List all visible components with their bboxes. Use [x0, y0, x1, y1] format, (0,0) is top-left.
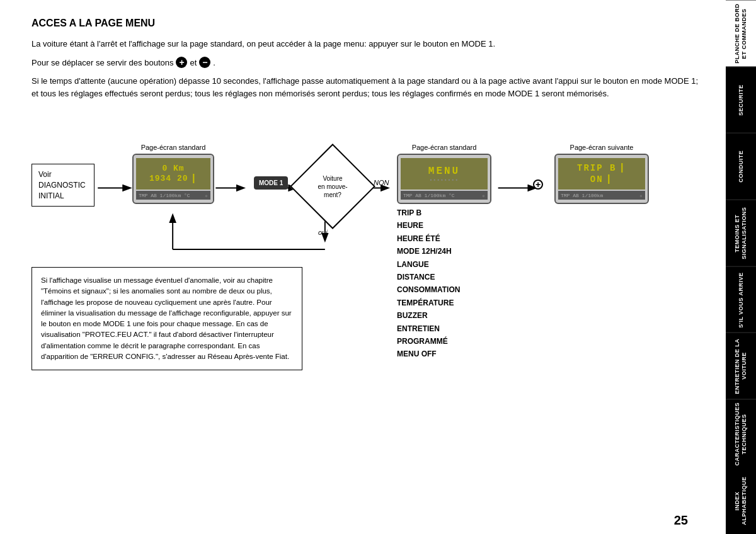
menu-item-programme: PROGRAMMÉ: [397, 335, 491, 348]
screen1-label: Page-écran standard: [132, 144, 214, 151]
diamond-container: Voitureen mouve-ment?: [302, 156, 363, 217]
sidebar-item-sil-vous[interactable]: S'IL VOUS ARRIVE: [726, 266, 756, 333]
menu-screen-container: Page-écran standard MENU ▪▪▪▪▪▪▪▪ TMP AB…: [397, 144, 491, 361]
sidebar-item-planche[interactable]: PLANCHE DE BORD ET COMMANDES: [726, 0, 756, 67]
screen1-bottom: TMP AB 1/100km °C ⬦: [136, 191, 210, 200]
intro-paragraph-2: Pour se déplacer se servir des boutons +…: [32, 57, 707, 69]
trip-screen-label: Page-écran suivante: [554, 144, 649, 151]
menu-item-entretien: ENTRETIEN: [397, 322, 491, 335]
menu-item-temperature: TEMPÉRATURE: [397, 297, 491, 309]
sidebar-item-conduite[interactable]: CONDUITE: [726, 133, 756, 200]
plus-between-screens: +: [533, 179, 543, 190]
sidebar-item-temoins[interactable]: TEMOINS ET SIGNALISATIONS: [726, 200, 756, 266]
menu-screen-display: MENU ▪▪▪▪▪▪▪▪ TMP AB 1/100km °C ⬦: [397, 154, 491, 204]
info-box: Si l'affichage visualise un message éven…: [32, 267, 302, 370]
menu-item-heure: HEURE: [397, 219, 491, 232]
menu-item-distance: DISTANCE: [397, 271, 491, 283]
page-number: 25: [674, 513, 688, 528]
intro-paragraph-3: Si le temps d'attente (aucune opération)…: [32, 75, 707, 99]
trip-screen-container: Page-écran suivante TRIP B | ON | TMP AB…: [554, 144, 649, 204]
screen1-label-container: Page-écran standard 0 Km 1934 20 | TMP A…: [132, 144, 214, 204]
page-title: ACCES A LA PAGE MENU: [32, 18, 707, 29]
menu-item-trip-b: TRIP B: [397, 207, 491, 219]
voir-diagnostic-box: Voir DIAGNOSTIC INITIAL: [32, 164, 94, 207]
menu-screen-text: MENU: [428, 166, 460, 177]
menu-item-mode-12h: MODE 12H/24H: [397, 245, 491, 258]
intro-paragraph-1: La voiture étant à l'arrêt et l'affichag…: [32, 38, 707, 50]
diagram-area: Voir DIAGNOSTIC INITIAL Page-écran stand…: [32, 118, 707, 282]
main-content: ACCES A LA PAGE MENU La voiture étant à …: [0, 0, 726, 534]
sidebar-item-index[interactable]: INDEX ALPHABETIQUE: [726, 468, 756, 534]
menu-item-consommation: CONSOMMATION: [397, 283, 491, 296]
screen1-row2: 1934 20 |: [149, 173, 197, 185]
screen1-inner: 0 Km 1934 20 |: [136, 158, 210, 190]
trip-screen-bottom: TMP AB 1/100km ⬦: [558, 191, 645, 200]
menu-screen-label: Page-écran standard: [397, 144, 491, 151]
menu-screen-inner: MENU ▪▪▪▪▪▪▪▪: [401, 158, 488, 190]
non-label: NON: [374, 179, 389, 186]
menu-item-langue: LANGUE: [397, 258, 491, 271]
oui-label: oui: [318, 229, 328, 236]
minus-button-icon: −: [199, 57, 210, 68]
plus-button-icon: +: [176, 57, 187, 68]
trip-screen-inner: TRIP B | ON |: [558, 158, 645, 190]
menu-item-heure-ete: HEURE ÉTÉ: [397, 232, 491, 245]
menu-item-menu-off: MENU OFF: [397, 348, 491, 360]
diamond-text: Voitureen mouve-ment?: [302, 156, 363, 217]
sidebar-item-securite[interactable]: SECURITE: [726, 67, 756, 134]
trip-screen-display: TRIP B | ON | TMP AB 1/100km ⬦: [554, 154, 649, 204]
mode1-button: MODE 1: [249, 176, 293, 190]
sidebar-item-caracteristiques[interactable]: CARACTERISTIQUES TECHNIQUES: [726, 399, 756, 469]
menu-screen-bottom: TMP AB 1/100km °C ⬦: [401, 191, 488, 200]
sidebar-item-entretien[interactable]: ENTRETIEN DE LA VOITURE: [726, 332, 756, 399]
menu-list: TRIP B HEURE HEURE ÉTÉ MODE 12H/24H LANG…: [397, 207, 491, 361]
screen1-row1: 0 Km: [162, 164, 184, 173]
sidebar: PLANCHE DE BORD ET COMMANDES SECURITE CO…: [726, 0, 756, 534]
screen1-display: 0 Km 1934 20 | TMP AB 1/100km °C ⬦: [132, 154, 214, 204]
menu-item-buzzer: BUZZER: [397, 309, 491, 322]
